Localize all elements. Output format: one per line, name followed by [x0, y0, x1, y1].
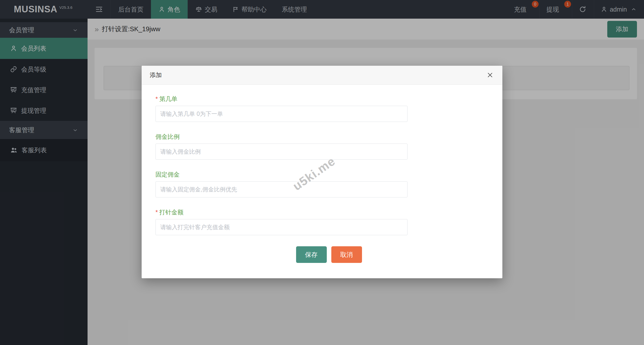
- field-label: 佣金比例: [155, 133, 502, 141]
- field-order-number: *第几单: [155, 95, 502, 122]
- commission-rate-input[interactable]: [155, 144, 408, 160]
- close-icon: [487, 72, 493, 78]
- cancel-button[interactable]: 取消: [331, 246, 362, 263]
- fixed-commission-input[interactable]: [155, 181, 408, 197]
- field-commission-rate: 佣金比例: [155, 133, 502, 160]
- required-asterisk: *: [155, 209, 158, 216]
- field-fixed-commission: 固定佣金: [155, 171, 502, 197]
- injection-amount-input[interactable]: [155, 219, 408, 235]
- field-label: *第几单: [155, 95, 502, 103]
- required-asterisk: *: [155, 95, 158, 102]
- field-label: *打针金额: [155, 209, 502, 216]
- field-injection-amount: *打针金额: [155, 209, 502, 235]
- field-label-text: 固定佣金: [155, 171, 180, 178]
- field-label: 固定佣金: [155, 171, 502, 178]
- dialog-body: *第几单 佣金比例 固定佣金 *打针金额 保存 取消: [142, 85, 502, 263]
- field-label-text: 佣金比例: [155, 133, 180, 140]
- field-label-text: 第几单: [159, 95, 177, 102]
- dialog-actions: 保存 取消: [155, 246, 502, 263]
- field-label-text: 打针金额: [159, 209, 183, 216]
- save-button[interactable]: 保存: [296, 246, 327, 263]
- dialog-title: 添加: [150, 71, 162, 79]
- order-number-input[interactable]: [155, 106, 408, 122]
- add-dialog: 添加 *第几单 佣金比例 固定佣金: [142, 66, 502, 278]
- dialog-header: 添加: [142, 66, 502, 85]
- close-button[interactable]: [486, 71, 494, 79]
